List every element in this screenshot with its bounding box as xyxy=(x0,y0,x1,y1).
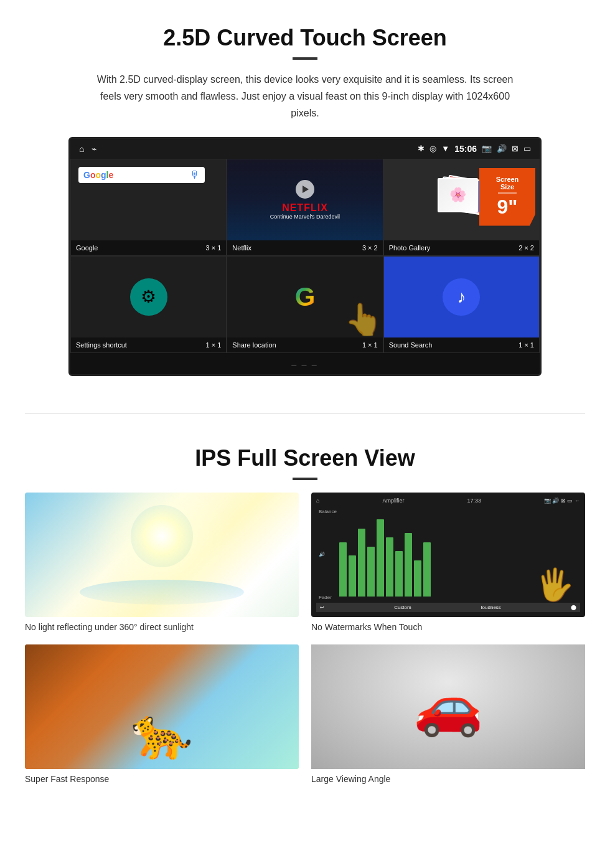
maps-icon-container: G xyxy=(295,282,316,312)
amplifier-label: No Watermarks When Touch xyxy=(311,622,585,632)
photo-label-row: Photo Gallery 2 × 2 xyxy=(384,240,539,255)
car-label: Large Viewing Angle xyxy=(311,774,585,784)
sound-search-icon: ♪ xyxy=(443,278,480,316)
play-button[interactable] xyxy=(296,180,314,199)
photo-grid-size: 2 × 2 xyxy=(518,244,534,252)
amp-toggle[interactable]: ⬤ xyxy=(571,605,576,610)
amp-title: Amplifier xyxy=(382,498,404,504)
dots: — — — xyxy=(291,362,318,368)
ips-title-divider xyxy=(293,478,317,480)
status-left: ⌂ ⌁ xyxy=(79,144,96,154)
amp-icon-speaker: 🔊 xyxy=(319,552,337,557)
curved-description: With 2.5D curved-display screen, this de… xyxy=(87,71,523,122)
amp-icons: 📷 🔊 ⊠ ▭ ← xyxy=(544,498,580,504)
location-grid-size: 1 × 1 xyxy=(362,341,378,349)
amp-bottom-bar: ↩ Custom loudness ⬤ xyxy=(316,603,580,612)
feature-cheetah: 🐆 Super Fast Response xyxy=(25,644,299,784)
app-cell-google[interactable]: Google 🎙 Google 3 × 1 xyxy=(70,159,227,256)
google-search-bar[interactable]: Google 🎙 xyxy=(78,167,205,183)
eq-bar-3 xyxy=(358,529,365,597)
device-screen: ⌂ ⌁ ✱ ◎ ▼ 15:06 📷 🔊 ⊠ ▭ xyxy=(68,137,542,376)
location-label-row: Share location 1 × 1 xyxy=(227,337,382,352)
amp-content-area: Balance 🔊 Fader xyxy=(316,506,580,603)
screen-size-value: 9" xyxy=(497,196,518,218)
google-app-name: Google xyxy=(76,244,98,252)
car-icon: 🚗 xyxy=(413,674,483,739)
app-grid-row2: ⚙ Settings shortcut 1 × 1 G xyxy=(70,256,540,353)
app-grid-row1: Google 🎙 Google 3 × 1 xyxy=(70,159,540,256)
amplifier-image: ⌂ Amplifier 17:33 📷 🔊 ⊠ ▭ ← Balance 🔊 Fa… xyxy=(311,493,585,617)
eq-bar-4 xyxy=(367,547,375,597)
car-image: 🚗 xyxy=(311,644,585,769)
settings-app-name: Settings shortcut xyxy=(76,341,127,349)
netflix-app-name: Netflix xyxy=(232,244,251,252)
amp-labels: Balance 🔊 Fader xyxy=(316,506,339,603)
volume-icon: 🔊 xyxy=(497,144,507,153)
amp-loudness-label: loudness xyxy=(481,605,501,610)
amp-back-icon: ↩ xyxy=(320,605,324,610)
sound-label-row: Sound Search 1 × 1 xyxy=(384,337,539,352)
curved-touch-section: 2.5D Curved Touch Screen With 2.5D curve… xyxy=(0,0,610,395)
feature-car: 🚗 Large Viewing Angle xyxy=(311,644,585,784)
app-cell-share-location[interactable]: G 👆 Share location 1 × 1 xyxy=(227,256,383,353)
location-app-name: Share location xyxy=(232,341,276,349)
settings-icon: ⚙ xyxy=(130,278,167,316)
netflix-logo: NETFLIX xyxy=(270,202,340,214)
x-icon: ⊠ xyxy=(512,144,518,153)
netflix-overlay: NETFLIX Continue Marvel's Daredevil xyxy=(270,180,340,220)
status-right: ✱ ◎ ▼ 15:06 📷 🔊 ⊠ ▭ xyxy=(418,144,531,154)
netflix-cell-top: NETFLIX Continue Marvel's Daredevil xyxy=(227,159,382,240)
netflix-grid-size: 3 × 2 xyxy=(362,244,378,252)
eq-bars xyxy=(339,506,431,603)
title-divider xyxy=(293,57,317,60)
window-icon: ▭ xyxy=(523,144,531,153)
status-bar: ⌂ ⌁ ✱ ◎ ▼ 15:06 📷 🔊 ⊠ ▭ xyxy=(70,139,540,159)
sound-app-name: Sound Search xyxy=(389,341,433,349)
hand-pointing-icon: 👆 xyxy=(344,301,383,337)
mic-icon[interactable]: 🎙 xyxy=(190,169,200,181)
badge-divider xyxy=(498,192,517,194)
app-cell-sound-search[interactable]: ♪ Sound Search 1 × 1 xyxy=(383,256,540,353)
ips-section: IPS Full Screen View No light reflecting… xyxy=(0,433,610,803)
usb-icon: ⌁ xyxy=(92,144,96,154)
feature-grid: No light reflecting under 360° direct su… xyxy=(25,493,585,784)
ips-title: IPS Full Screen View xyxy=(25,445,585,471)
cheetah-label: Super Fast Response xyxy=(25,774,299,784)
screen-size-label: Screen Size xyxy=(489,176,525,191)
app-cell-settings[interactable]: ⚙ Settings shortcut 1 × 1 xyxy=(70,256,227,353)
settings-grid-size: 1 × 1 xyxy=(206,341,222,349)
screen-size-badge: Screen Size 9" xyxy=(479,168,535,226)
location-icon: ◎ xyxy=(429,144,436,153)
eq-bar-2 xyxy=(349,555,356,596)
pagination-dots: — — — xyxy=(70,353,540,374)
netflix-subtitle: Continue Marvel's Daredevil xyxy=(270,214,340,220)
amp-status-bar: ⌂ Amplifier 17:33 📷 🔊 ⊠ ▭ ← xyxy=(316,498,580,504)
settings-label-row: Settings shortcut 1 × 1 xyxy=(71,337,226,352)
eq-bar-6 xyxy=(386,537,393,596)
google-label-row: Google 3 × 1 xyxy=(71,240,226,255)
home-icon[interactable]: ⌂ xyxy=(79,144,84,154)
hand-eq-icon: 🖐 xyxy=(535,567,574,603)
sunlight-glare xyxy=(131,505,193,567)
google-logo: Google xyxy=(83,170,113,180)
curved-title: 2.5D Curved Touch Screen xyxy=(37,25,573,51)
amp-home-icon: ⌂ xyxy=(316,498,319,504)
google-cell-top: Google 🎙 xyxy=(71,159,226,240)
sunlight-image xyxy=(25,493,299,617)
status-time: 15:06 xyxy=(454,144,477,154)
maps-g-icon: G xyxy=(295,282,316,312)
app-cell-netflix[interactable]: NETFLIX Continue Marvel's Daredevil Netf… xyxy=(227,159,383,256)
google-grid-size: 3 × 1 xyxy=(206,244,222,252)
amp-label-balance: Balance xyxy=(319,509,337,514)
settings-cell-top: ⚙ xyxy=(71,257,226,337)
eq-bar-1 xyxy=(339,542,347,597)
eq-bar-8 xyxy=(405,533,412,597)
photo-stack: 🌸 xyxy=(436,175,486,225)
location-cell-top: G 👆 xyxy=(227,257,382,337)
sound-grid-size: 1 × 1 xyxy=(518,341,534,349)
amp-label-fader: Fader xyxy=(319,595,337,600)
feature-sunlight: No light reflecting under 360° direct su… xyxy=(25,493,299,632)
photo-stack-front: 🌸 xyxy=(438,178,478,212)
eq-bar-7 xyxy=(395,551,403,597)
bluetooth-icon: ✱ xyxy=(418,144,425,153)
